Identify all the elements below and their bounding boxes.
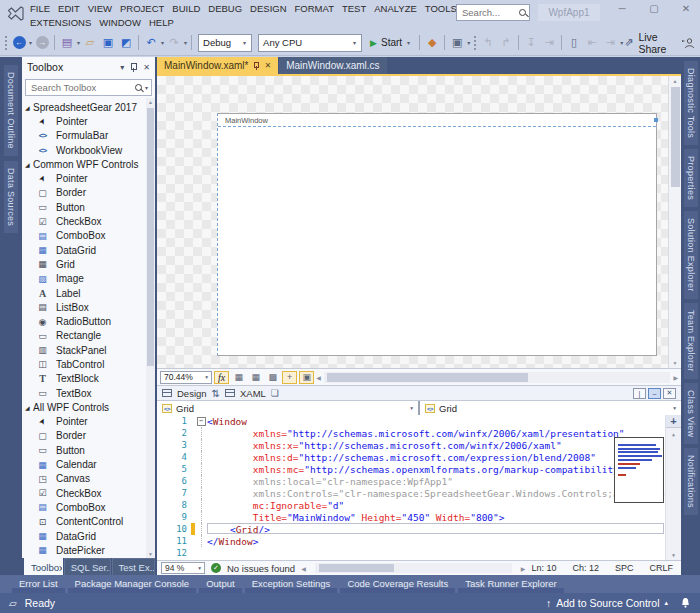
menu-file[interactable]: FILE — [26, 3, 54, 14]
spaces-indicator[interactable]: SPC — [615, 563, 634, 573]
health-indicator-icon[interactable]: ✓ — [211, 563, 221, 573]
toolbox-item-pointer[interactable]: ➤Pointer — [22, 415, 146, 429]
save-icon[interactable]: ▣ — [100, 34, 116, 51]
start-debug-button[interactable]: ▶Start▾ — [365, 37, 416, 48]
quick-launch-search[interactable] — [456, 4, 530, 21]
menu-design[interactable]: DESIGN — [246, 3, 290, 14]
toolbox-search-input[interactable] — [29, 81, 132, 94]
background-tasks-icon[interactable]: ▱ — [9, 598, 17, 609]
toolbox-item-radiobutton[interactable]: ◉RadioButton — [22, 314, 146, 328]
toolbar-grip[interactable] — [4, 35, 8, 51]
fold-toggle[interactable]: − — [195, 415, 207, 427]
popout-pane-icon[interactable]: ❏ — [271, 388, 279, 398]
scrollbar-thumb[interactable] — [671, 87, 680, 187]
menu-project[interactable]: PROJECT — [116, 3, 168, 14]
toolbox-item-stackpanel[interactable]: ▥StackPanel — [22, 343, 146, 357]
menu-debug[interactable]: DEBUG — [204, 3, 246, 14]
snapshot-icon[interactable]: ▣ — [449, 34, 465, 51]
dock-tab-class-view[interactable]: Class View — [684, 383, 698, 444]
menu-tools[interactable]: TOOLS — [421, 3, 461, 14]
menu-build[interactable]: BUILD — [168, 3, 204, 14]
close-button[interactable]: ✕ — [680, 3, 692, 14]
panel-tab-code-coverage-results[interactable]: Code Coverage Results — [340, 577, 455, 593]
menu-analyze[interactable]: ANALYZE — [370, 3, 421, 14]
gridlines-icon[interactable]: ▩ — [265, 371, 280, 384]
collapse-pane-button[interactable]: ✕ — [663, 388, 676, 399]
close-toolbox-icon[interactable]: ✕ — [143, 63, 150, 72]
toolbox-item-border[interactable]: ▢Border — [22, 429, 146, 443]
menu-edit[interactable]: EDIT — [54, 3, 84, 14]
snap-grid-icon[interactable]: ▦ — [248, 371, 263, 384]
dock-tab-team-explorer[interactable]: Team Explorer — [684, 303, 698, 379]
toolbox-scrollbar[interactable]: ▲ ▼ — [146, 98, 155, 558]
scroll-left-icon[interactable]: ◀ — [316, 374, 321, 381]
xaml-code-editor[interactable]: 1−<Window2 xmlns="http://schemas.microso… — [157, 415, 681, 560]
scrollbar-thumb[interactable] — [319, 564, 394, 572]
toolbox-item-grid[interactable]: ▦Grid — [22, 257, 146, 271]
design-tab[interactable]: Design — [177, 388, 207, 399]
toolbox-item-canvas[interactable]: ◳Canvas — [22, 472, 146, 486]
split-editor-handle[interactable]: + — [666, 415, 681, 428]
live-share-button[interactable]: ⇗ Live Share — [624, 31, 681, 55]
code-line-10[interactable]: 10 <Grid/> — [157, 523, 681, 535]
next-bookmark-icon[interactable]: ⇥ — [602, 34, 618, 51]
toolbox-section-common-wpf-controls[interactable]: ◢Common WPF Controls — [22, 157, 146, 171]
horizontal-split-button[interactable]: – — [648, 388, 661, 399]
toolbox-item-border[interactable]: ▢Border — [22, 186, 146, 200]
toolbox-item-rectangle[interactable]: ▭Rectangle — [22, 329, 146, 343]
toolbox-section-spreadsheetgear-2017[interactable]: ◢SpreadsheetGear 2017 — [22, 100, 146, 114]
xaml-designer-surface[interactable]: MainWindow ▲ ▼ — [157, 76, 681, 368]
panel-tab-toolbox[interactable]: Toolbox — [24, 558, 63, 575]
toolbox-item-datagrid[interactable]: ▦DataGrid — [22, 529, 146, 543]
dock-tab-data-sources[interactable]: Data Sources — [4, 161, 18, 233]
redo-icon[interactable]: ↷ — [166, 34, 182, 51]
toolbox-item-textblock[interactable]: TTextBlock — [22, 372, 146, 386]
doc-tab-mainwindow-xaml-[interactable]: MainWindow.xaml*✕ — [157, 57, 278, 74]
toolbox-item-pointer[interactable]: ➤Pointer — [22, 114, 146, 128]
menu-window[interactable]: WINDOW — [95, 17, 145, 28]
menu-format[interactable]: FORMAT — [291, 3, 338, 14]
pin-icon[interactable] — [253, 62, 259, 70]
panel-tab-output[interactable]: Output — [199, 577, 242, 593]
menu-test[interactable]: TEST — [338, 3, 370, 14]
toolbox-item-combobox[interactable]: ▤ComboBox — [22, 229, 146, 243]
designer-hscrollbar[interactable] — [324, 372, 671, 383]
scroll-up-icon[interactable]: ▲ — [146, 99, 155, 105]
breadcrumb-design[interactable]: <> Grid ▾ — [157, 401, 418, 415]
minimize-button[interactable]: ─ — [616, 3, 628, 14]
toolbox-item-datagrid[interactable]: ▦DataGrid — [22, 243, 146, 257]
effects-toggle-button[interactable]: fx — [214, 371, 229, 384]
panel-tab-sql-ser-[interactable]: SQL Ser... — [64, 558, 111, 575]
designer-zoom-select[interactable]: 70.44% ▾ — [160, 371, 212, 384]
code-line-1[interactable]: 1−<Window — [157, 415, 681, 427]
window-position-icon[interactable]: ▾ — [120, 63, 124, 72]
code-hscrollbar[interactable] — [315, 563, 512, 573]
nav-back-icon[interactable]: ← — [11, 34, 27, 51]
panel-tab-task-runner-explorer[interactable]: Task Runner Explorer — [458, 577, 563, 593]
toolbox-item-textbox[interactable]: ▭TextBox — [22, 386, 146, 400]
close-tab-icon[interactable]: ✕ — [264, 61, 271, 70]
scroll-left-icon[interactable]: ◀ — [301, 565, 306, 572]
show-grid-icon[interactable]: ▦ — [231, 371, 246, 384]
search-input[interactable] — [460, 6, 519, 19]
navigate-forward-code-icon[interactable]: ↱ — [498, 34, 514, 51]
hot-reload-icon[interactable]: ◆ — [424, 34, 440, 51]
editor-zoom-select[interactable]: 94 % ▾ — [161, 562, 205, 574]
scroll-down-icon[interactable]: ▼ — [666, 552, 681, 558]
doc-tab-mainwindow-xaml-cs[interactable]: MainWindow.xaml.cs — [279, 57, 386, 74]
panel-tab-error-list[interactable]: Error List — [12, 577, 65, 593]
solution-platform-select[interactable]: Any CPU▾ — [258, 34, 362, 52]
dock-tab-document-outline[interactable]: Document Outline — [4, 65, 18, 156]
toolbox-item-checkbox[interactable]: ☑CheckBox — [22, 214, 146, 228]
line-indicator[interactable]: Ln: 10 — [531, 563, 556, 573]
toolbox-item-combobox[interactable]: ▤ComboBox — [22, 500, 146, 514]
chevron-down-icon[interactable]: ▾ — [620, 39, 623, 46]
toolbox-item-pointer[interactable]: ➤Pointer — [22, 171, 146, 185]
chevron-down-icon[interactable]: ▾ — [29, 39, 32, 46]
search-options-dropdown-icon[interactable]: ▾ — [145, 84, 148, 91]
panel-tab-test-ex-[interactable]: Test Ex... — [112, 558, 155, 575]
toolbox-item-checkbox[interactable]: ☑CheckBox — [22, 486, 146, 500]
vertical-split-button[interactable]: | — [633, 388, 646, 399]
dock-tab-properties[interactable]: Properties — [684, 149, 698, 207]
bookmark-icon[interactable]: ▯ — [566, 34, 582, 51]
